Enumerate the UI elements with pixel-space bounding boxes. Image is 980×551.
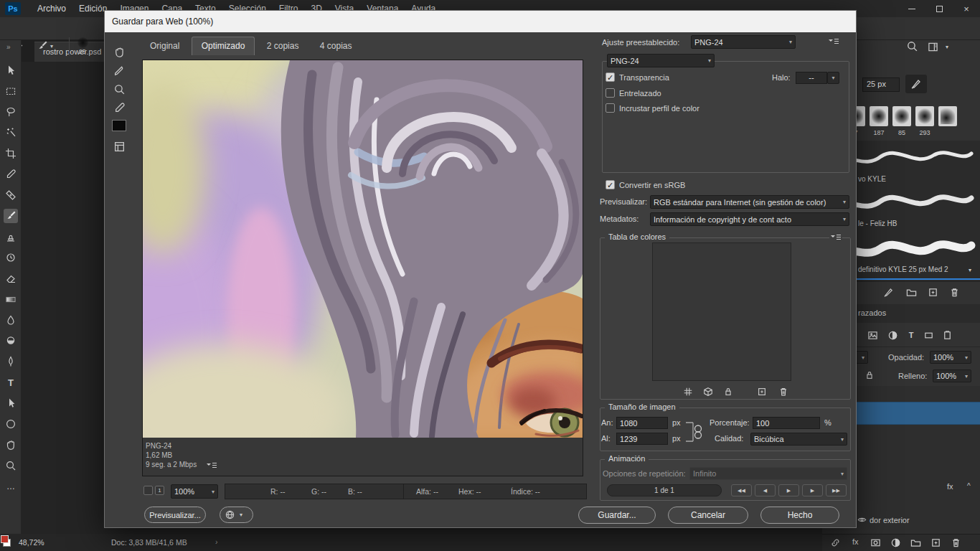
tab-original[interactable]: Original [141,37,189,56]
filter-pixel-layers-icon[interactable] [867,329,878,341]
blur-tool[interactable] [4,313,18,327]
workspace-chevron-icon[interactable]: ▾ [946,44,948,50]
eyedropper-color-swatch[interactable] [112,120,126,131]
color-table-menu-icon[interactable] [829,233,842,242]
brush-tip-item[interactable] [870,106,888,126]
cancel-button[interactable]: Cancelar [668,507,748,524]
percent-input[interactable] [753,417,820,429]
foreground-color-swatch[interactable] [1,535,9,543]
constrain-proportions-link-icon[interactable] [684,417,705,447]
filter-smart-objects-icon[interactable] [941,329,953,341]
matte-value-field[interactable]: -- [796,72,827,84]
done-button[interactable]: Hecho [760,507,839,524]
preview-artwork[interactable] [143,60,583,438]
toggle-slices-visibility-tool[interactable] [111,138,127,154]
interlaced-checkbox[interactable] [606,88,615,98]
add-mask-icon[interactable] [870,537,881,548]
zoom-level-dropdown[interactable]: 100%▾ [171,484,218,499]
dialog-eyedropper-tool[interactable] [111,100,127,116]
quick-selection-tool[interactable] [4,126,18,140]
tool-preset-brush-icon[interactable] [36,39,49,52]
convert-srgb-checkbox[interactable]: ✓ [606,180,615,189]
new-group-icon[interactable] [910,537,921,548]
tab-4-copias[interactable]: 4 copias [311,37,362,56]
map-transparency-icon[interactable] [682,386,693,397]
dialog-hand-tool[interactable] [111,44,127,60]
brush-tip-item[interactable] [938,106,957,126]
lock-icon[interactable] [864,369,875,380]
preview-mode-dropdown[interactable]: RGB estándar para Internet (sin gestión … [650,195,849,209]
first-frame-button[interactable]: ◀◀ [731,484,752,496]
brush-preset-name[interactable]: vo KYLE [858,175,886,183]
toolbar-collapse-icon[interactable]: » [6,43,11,51]
history-brush-tool[interactable] [4,250,18,265]
brush-size-field[interactable]: 25 px [862,77,900,92]
new-color-icon[interactable] [756,386,767,397]
pen-tool[interactable] [4,354,18,369]
new-brush-icon[interactable] [927,286,938,298]
dialog-slice-select-tool[interactable] [111,62,127,78]
height-input[interactable] [616,433,668,445]
lock-color-icon[interactable] [722,386,733,397]
paths-tab[interactable]: razados [858,309,886,317]
brush-preset-name[interactable]: le - Feliz HB [858,220,897,227]
close-button[interactable]: × [953,0,980,17]
crop-tool[interactable] [4,146,18,161]
tool-preset-chevron-icon[interactable]: ▾ [50,43,53,50]
dodge-tool[interactable] [4,334,18,348]
new-layer-icon[interactable] [930,537,941,548]
brush-tip-preview-icon[interactable] [77,37,88,48]
move-tool[interactable] [4,63,18,77]
play-button[interactable]: ▶ [778,484,799,496]
dialog-title-bar[interactable]: Guardar para Web (100%) [105,11,856,32]
layer-fx-badge[interactable]: fx [947,482,953,491]
web-shift-icon[interactable] [702,386,713,397]
layer-effect-row[interactable]: dor exterior [870,516,910,524]
lasso-tool[interactable] [4,105,18,119]
format-dropdown[interactable]: PNG-24▾ [607,54,715,67]
search-icon[interactable] [905,39,918,52]
next-frame-button[interactable]: ▶ [802,484,823,496]
marquee-tool[interactable] [4,84,18,98]
brush-edit-icon[interactable] [882,286,894,298]
ellipse-shape-tool[interactable] [4,417,18,431]
dialog-zoom-tool[interactable] [111,81,127,97]
preview-info-menu-icon[interactable] [205,461,218,470]
eyedropper-tool[interactable] [4,167,18,182]
zoom-tool[interactable] [4,458,18,473]
type-tool[interactable]: T [4,375,18,390]
scroll-chevron-icon[interactable]: ▾ [969,267,971,273]
tab-optimizado[interactable]: Optimizado [192,37,255,55]
path-selection-tool[interactable] [4,396,18,410]
restore-button[interactable] [925,0,953,17]
preset-dropdown[interactable]: PNG-24▾ [691,35,796,49]
quality-dropdown[interactable]: Bicúbica▾ [750,433,847,446]
status-chevron-icon[interactable]: › [215,537,218,546]
slice-visibility-toggle-icon[interactable] [143,486,153,495]
gradient-tool[interactable] [4,292,18,306]
filter-shape-layers-icon[interactable] [923,329,934,341]
color-table-swatch-area[interactable] [652,242,791,381]
width-input[interactable] [616,417,668,429]
fx-collapse-chevron-icon[interactable]: ^ [967,482,971,490]
slice-badge-icon[interactable]: 1 [155,486,164,495]
brush-preset-name[interactable]: definitivo KYLE 25 px Med 2 [858,265,948,273]
edit-toolbar-ellipsis-icon[interactable]: … [4,479,18,494]
minimize-button[interactable] [898,0,925,17]
previous-frame-button[interactable]: ◀ [755,484,776,496]
workspace-icon[interactable] [927,41,938,52]
menu-archivo[interactable]: Archivo [31,0,72,17]
adjustment-layer-icon[interactable] [890,537,901,548]
filter-adjustment-layers-icon[interactable] [887,329,898,341]
loop-options-dropdown[interactable]: Infinito▾ [689,467,847,480]
status-zoom-field[interactable]: 48,72% [19,538,44,547]
last-frame-button[interactable]: ▶▶ [826,484,847,496]
brush-tip-item[interactable] [915,106,934,126]
new-group-folder-icon[interactable] [905,286,917,298]
link-layers-icon[interactable] [829,537,841,548]
metadata-dropdown[interactable]: Información de copyright y de cont acto▾ [650,212,849,226]
delete-layer-icon[interactable] [950,537,961,548]
brush-tool[interactable] [4,209,18,223]
fill-dropdown[interactable]: 100%▾ [933,369,971,382]
layer-style-fx-icon[interactable]: fx [852,537,859,546]
